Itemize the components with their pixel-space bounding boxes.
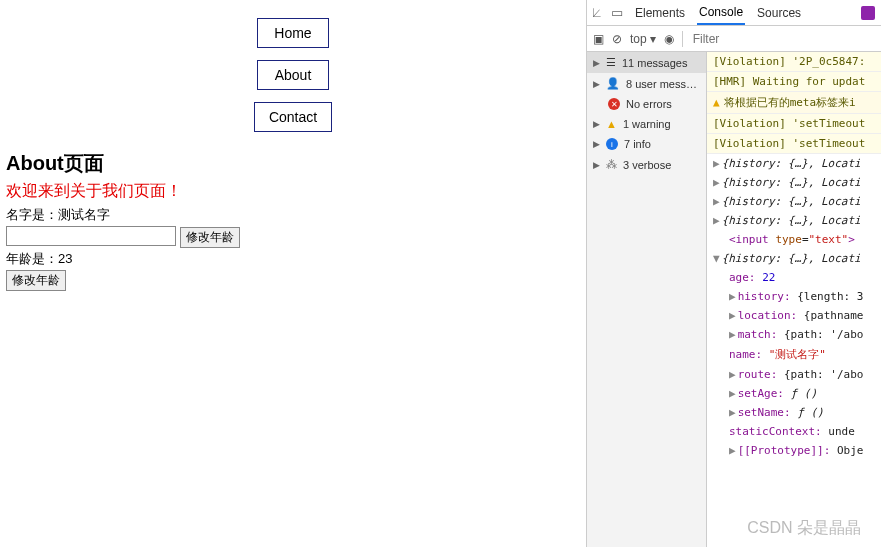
log-line: [Violation] '2P_0c5847:: [707, 52, 881, 72]
extension-icon[interactable]: [861, 6, 875, 20]
name-input[interactable]: [6, 226, 176, 246]
prop-name: name: "测试名字": [707, 344, 881, 365]
context-selector[interactable]: top ▾: [630, 32, 656, 46]
side-user[interactable]: ▶👤8 user mess…: [587, 73, 706, 94]
filter-input[interactable]: [691, 31, 751, 47]
tab-elements[interactable]: Elements: [633, 2, 687, 24]
edit-age-button-1[interactable]: 修改年龄: [180, 227, 240, 248]
side-warning[interactable]: ▶▲1 warning: [587, 114, 706, 134]
prop-route[interactable]: ▶route: {path: '/abo: [707, 365, 881, 384]
page-content: Home About Contact About页面 欢迎来到关于我们页面！ 名…: [0, 0, 586, 547]
prop-match[interactable]: ▶match: {path: '/abo: [707, 325, 881, 344]
log-html[interactable]: <input type="text">: [707, 230, 881, 249]
console-log: [Violation] '2P_0c5847: [HMR] Waiting fo…: [707, 52, 881, 547]
age-label: 年龄是：23: [6, 250, 586, 268]
log-object-expanded[interactable]: ▼{history: {…}, Locati: [707, 249, 881, 268]
log-line: [Violation] 'setTimeout: [707, 134, 881, 154]
nav: Home About Contact: [0, 18, 586, 132]
page-title: About页面: [6, 150, 586, 177]
clear-console-icon[interactable]: ⊘: [612, 32, 622, 46]
about-content: About页面 欢迎来到关于我们页面！ 名字是：测试名字 修改年龄 年龄是：23…: [0, 150, 586, 291]
prop-location[interactable]: ▶location: {pathname: [707, 306, 881, 325]
tab-sources[interactable]: Sources: [755, 2, 803, 24]
log-line: [Violation] 'setTimeout: [707, 114, 881, 134]
log-object[interactable]: ▶{history: {…}, Locati: [707, 173, 881, 192]
log-line: [HMR] Waiting for updat: [707, 72, 881, 92]
console-toolbar: ▣ ⊘ top ▾ ◉: [587, 26, 881, 52]
devtools-tabs: ⟀ ▭ Elements Console Sources: [587, 0, 881, 26]
log-object[interactable]: ▶{history: {…}, Locati: [707, 211, 881, 230]
prop-setage[interactable]: ▶setAge: ƒ (): [707, 384, 881, 403]
name-label: 名字是：测试名字: [6, 206, 586, 224]
prop-age: age: 22: [707, 268, 881, 287]
log-object[interactable]: ▶{history: {…}, Locati: [707, 154, 881, 173]
eye-icon[interactable]: ◉: [664, 32, 674, 46]
prop-setname[interactable]: ▶setName: ƒ (): [707, 403, 881, 422]
welcome-text: 欢迎来到关于我们页面！: [6, 181, 586, 202]
prop-proto[interactable]: ▶[[Prototype]]: Obje: [707, 441, 881, 460]
edit-age-button-2[interactable]: 修改年龄: [6, 270, 66, 291]
tab-console[interactable]: Console: [697, 1, 745, 25]
side-verbose[interactable]: ▶⁂3 verbose: [587, 154, 706, 175]
prop-static: staticContext: unde: [707, 422, 881, 441]
nav-about[interactable]: About: [257, 60, 329, 90]
console-sidebar: ▶☰11 messages ▶👤8 user mess… ✕No errors …: [587, 52, 707, 547]
log-line: ▲将根据已有的meta标签来i: [707, 92, 881, 114]
side-errors[interactable]: ✕No errors: [587, 94, 706, 114]
prop-history[interactable]: ▶history: {length: 3: [707, 287, 881, 306]
log-object[interactable]: ▶{history: {…}, Locati: [707, 192, 881, 211]
nav-contact[interactable]: Contact: [254, 102, 332, 132]
device-icon[interactable]: ▭: [611, 5, 623, 20]
devtools-panel: ⟀ ▭ Elements Console Sources ▣ ⊘ top ▾ ◉…: [586, 0, 881, 547]
side-info[interactable]: ▶i7 info: [587, 134, 706, 154]
sidebar-toggle-icon[interactable]: ▣: [593, 32, 604, 46]
inspect-icon[interactable]: ⟀: [593, 5, 601, 20]
side-messages[interactable]: ▶☰11 messages: [587, 52, 706, 73]
nav-home[interactable]: Home: [257, 18, 329, 48]
